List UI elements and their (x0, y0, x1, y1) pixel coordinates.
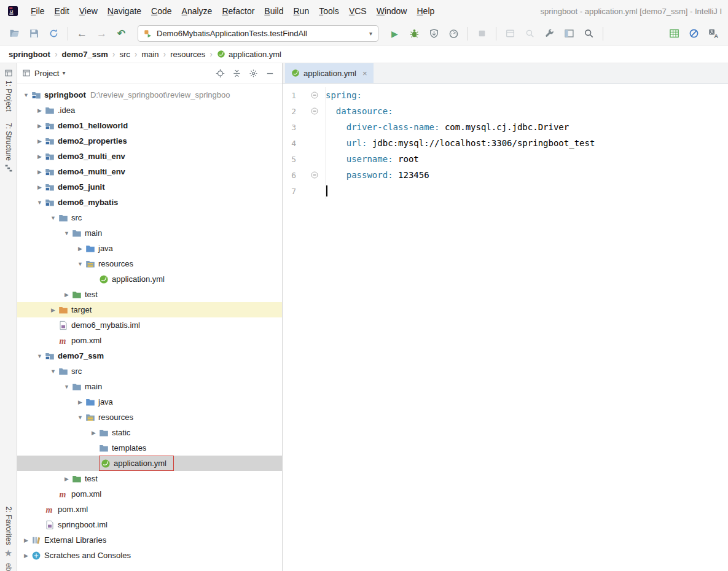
menu-edit[interactable]: Edit (50, 4, 74, 18)
chevron-right-icon[interactable]: ▶ (21, 553, 31, 559)
close-icon[interactable]: × (362, 69, 367, 78)
menu-run[interactable]: Run (288, 4, 314, 18)
chevron-down-icon[interactable]: ▼ (34, 200, 45, 206)
chevron-right-icon[interactable]: ▶ (21, 537, 31, 543)
tree-node-src[interactable]: ▼src (17, 363, 282, 379)
save-icon[interactable] (26, 26, 42, 42)
tree-node-pom-xml[interactable]: mpom.xml (17, 486, 282, 502)
debug-icon[interactable] (406, 26, 423, 42)
chevron-right-icon[interactable]: ▶ (34, 169, 45, 175)
chevron-down-icon[interactable]: ▼ (61, 230, 72, 236)
toolwindow-button-1-project[interactable]: 1: Project (4, 63, 13, 117)
open-icon[interactable] (6, 26, 23, 42)
editor-line[interactable]: 1spring: (283, 87, 728, 103)
chevron-right-icon[interactable]: ▶ (88, 430, 99, 436)
menu-help[interactable]: Help (412, 4, 439, 18)
tree-node-pom-xml[interactable]: mpom.xml (17, 502, 282, 517)
tree-node-demo2-properties[interactable]: ▶demo2_properties (17, 133, 282, 149)
menu-build[interactable]: Build (259, 4, 288, 18)
editor-code-area[interactable]: 1spring:2 datasource:3 driver-class-name… (283, 84, 728, 571)
chevron-right-icon[interactable]: ▶ (34, 138, 45, 144)
extra-action-1-icon[interactable] (502, 26, 519, 42)
chevron-down-icon[interactable]: ▼ (34, 353, 45, 359)
toolwindow-button-2-favorites[interactable]: 2: Favorites★ (4, 501, 13, 563)
toolwindow-button-7-structure[interactable]: 7: Structure (4, 117, 13, 178)
chevron-right-icon[interactable]: ▶ (61, 476, 72, 482)
tree-node-static[interactable]: ▶static (17, 425, 282, 440)
chevron-right-icon[interactable]: ▶ (61, 292, 72, 298)
run-icon[interactable]: ▶ (386, 26, 403, 42)
tree-node-resources[interactable]: ▼resources (17, 410, 282, 425)
tree-node-main[interactable]: ▼main (17, 225, 282, 241)
editor-line[interactable]: 6 password:123456 (283, 167, 728, 183)
chevron-down-icon[interactable]: ▼ (75, 414, 85, 421)
tree-node-demo7-ssm[interactable]: ▼demo7_ssm (17, 348, 282, 363)
menu-navigate[interactable]: Navigate (103, 4, 146, 18)
tree-node-target[interactable]: ▶target (17, 302, 282, 317)
tree-node-java[interactable]: ▶java (17, 394, 282, 410)
editor-line[interactable]: 5 username:root (283, 151, 728, 167)
undo-icon[interactable]: ↶ (113, 26, 130, 42)
tree-node-resources[interactable]: ▼resources (17, 256, 282, 271)
tree-node-templates[interactable]: templates (17, 440, 282, 456)
tree-node-demo4-multi-env[interactable]: ▶demo4_multi_env (17, 164, 282, 179)
translate-icon[interactable]: A (705, 26, 722, 42)
tree-node-application-yml[interactable]: application.yml (17, 271, 282, 287)
chevron-right-icon[interactable]: ▶ (34, 153, 45, 160)
menu-refactor[interactable]: Refactor (217, 4, 259, 18)
tree-node-scratches-and-consoles[interactable]: ▶Scratches and Consoles (17, 548, 282, 563)
collapse-icon[interactable] (232, 69, 241, 78)
tree-node-demo6-mybatis-iml[interactable]: demo6_mybatis.iml (17, 317, 282, 333)
tree-node-idea[interactable]: ▶.idea (17, 103, 282, 118)
chevron-right-icon[interactable]: ▶ (48, 307, 58, 313)
fold-marker-icon[interactable] (303, 87, 326, 103)
breadcrumb-item-src[interactable]: src (119, 50, 130, 59)
editor-line[interactable]: 2 datasource: (283, 103, 728, 119)
sync-icon[interactable] (45, 26, 62, 42)
chevron-right-icon[interactable]: ▶ (34, 184, 45, 190)
tree-node-test[interactable]: ▶test (17, 287, 282, 302)
search-icon[interactable] (581, 26, 597, 42)
chevron-down-icon[interactable]: ▼ (48, 368, 58, 375)
profiler-icon[interactable] (445, 26, 462, 42)
tree-node-java[interactable]: ▶java (17, 241, 282, 256)
chevron-right-icon[interactable]: ▶ (34, 123, 45, 129)
chevron-down-icon[interactable]: ▼ (75, 261, 85, 267)
menu-code[interactable]: Code (146, 4, 176, 18)
menu-vcs[interactable]: VCS (344, 4, 372, 18)
chevron-right-icon[interactable]: ▶ (34, 107, 45, 114)
back-icon[interactable]: ← (74, 26, 90, 42)
extra-action-2-icon[interactable] (522, 26, 538, 42)
locate-icon[interactable] (216, 69, 225, 78)
chevron-down-icon[interactable]: ▼ (21, 92, 31, 98)
menu-file[interactable]: File (26, 4, 50, 18)
tree-node-springboot[interactable]: ▼springbootD:\review_springboot\review_s… (17, 87, 282, 103)
forward-icon[interactable]: → (93, 26, 110, 42)
block-icon[interactable] (686, 26, 702, 42)
menu-tools[interactable]: Tools (314, 4, 344, 18)
stop-icon[interactable] (474, 26, 490, 42)
tree-node-demo6-mybatis[interactable]: ▼demo6_mybatis (17, 195, 282, 210)
tree-node-test[interactable]: ▶test (17, 471, 282, 486)
hide-icon[interactable] (265, 69, 275, 78)
wrench-icon[interactable] (541, 26, 558, 42)
breadcrumb-item-resources[interactable]: resources (170, 50, 205, 59)
project-view-selector[interactable]: Project ▾ (34, 69, 66, 78)
table-icon[interactable] (666, 26, 683, 42)
editor-line[interactable]: 3 driver-class-name:com.mysql.cj.jdbc.Dr… (283, 119, 728, 135)
fold-marker-icon[interactable] (303, 167, 326, 183)
tree-node-demo1-helloworld[interactable]: ▶demo1_helloworld (17, 118, 282, 133)
tree-node-demo5-junit[interactable]: ▶demo5_junit (17, 179, 282, 195)
toolwindow-button-partial[interactable]: eb (4, 563, 13, 571)
tree-node-external-libraries[interactable]: ▶External Libraries (17, 532, 282, 548)
tree-node-src[interactable]: ▼src (17, 210, 282, 225)
fold-marker-icon[interactable] (303, 103, 326, 119)
tree-node-application-yml[interactable]: application.yml (17, 456, 282, 471)
project-tree[interactable]: ▼springbootD:\review_springboot\review_s… (17, 84, 282, 571)
tree-node-demo3-multi-env[interactable]: ▶demo3_multi_env (17, 149, 282, 164)
coverage-icon[interactable] (426, 26, 442, 42)
menu-window[interactable]: Window (372, 4, 412, 18)
run-configuration-select[interactable]: Demo6MybatisApplicationTests.testFindAll… (138, 25, 378, 42)
editor-line[interactable]: 4 url:jdbc:mysql://localhost:3306/spring… (283, 135, 728, 151)
editor-line[interactable]: 7 (283, 183, 728, 199)
